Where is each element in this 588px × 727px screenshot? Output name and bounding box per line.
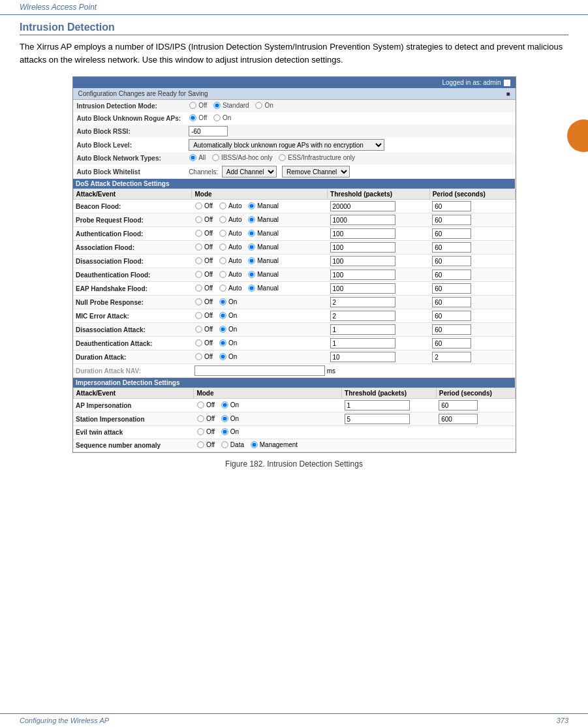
ap-imp-threshold-input[interactable] xyxy=(345,400,410,410)
ap-imp-period-input[interactable] xyxy=(439,400,478,410)
assf-off[interactable] xyxy=(195,243,202,250)
ewt-on[interactable] xyxy=(221,428,228,435)
disassoc-period-input[interactable] xyxy=(432,256,471,266)
duration-period-input[interactable] xyxy=(432,352,471,362)
mic-threshold-input[interactable] xyxy=(330,311,395,321)
deauth-atk-threshold-input[interactable] xyxy=(330,338,395,348)
assf-manual[interactable] xyxy=(249,243,255,250)
orange-circle-decoration xyxy=(567,119,588,152)
npr-on[interactable] xyxy=(219,298,226,305)
radio-all[interactable] xyxy=(189,154,196,161)
sna-management[interactable] xyxy=(251,441,257,448)
eap-manual[interactable] xyxy=(249,285,255,291)
npr-off[interactable] xyxy=(195,298,202,305)
disf-off[interactable] xyxy=(195,257,202,264)
assf-auto[interactable] xyxy=(219,243,226,250)
eap-auto[interactable] xyxy=(219,285,226,291)
station-imp-threshold-input[interactable] xyxy=(345,414,410,424)
radio-ab-on[interactable] xyxy=(213,114,220,121)
impersonation-section-header-row: Impersonation Detection Settings xyxy=(73,378,515,388)
radio-ibss[interactable] xyxy=(212,154,219,161)
disa-on[interactable] xyxy=(219,326,226,332)
af-off[interactable] xyxy=(195,230,202,236)
sna-data[interactable] xyxy=(221,441,228,448)
add-channel-select[interactable]: Add Channel xyxy=(222,166,277,178)
remove-channel-select[interactable]: Remove Channel xyxy=(282,166,350,178)
lock-icon xyxy=(504,80,510,86)
radio-ab-off[interactable] xyxy=(189,114,196,121)
station-imp-period-input[interactable] xyxy=(439,414,478,424)
deaf-auto[interactable] xyxy=(219,271,226,277)
null-probe-threshold-input[interactable] xyxy=(330,297,395,307)
deaa-off[interactable] xyxy=(195,339,202,346)
deauth-threshold-input[interactable] xyxy=(330,270,395,280)
sna-off[interactable] xyxy=(197,441,204,448)
assoc-period-input[interactable] xyxy=(432,242,471,253)
page-content: Intrusion Detection The Xirrus AP employ… xyxy=(0,15,588,495)
page-header: Wireless Access Point xyxy=(0,0,588,15)
imp-mode-evil-twin: Off On xyxy=(194,426,342,439)
top-settings-table: Intrusion Detection Mode: Off Standard O… xyxy=(73,100,516,179)
deaa-on[interactable] xyxy=(219,339,226,346)
impersonation-column-headers-row: Attack/Event Mode Threshold (packets) Pe… xyxy=(73,388,515,399)
bf-manual[interactable] xyxy=(249,202,255,209)
beacon-period-input[interactable] xyxy=(432,201,471,211)
disf-manual[interactable] xyxy=(249,257,255,264)
dos-attack-disassoc: Disassociation Flood: xyxy=(73,255,192,268)
mic-period-input[interactable] xyxy=(432,311,471,321)
disf-auto[interactable] xyxy=(219,257,226,264)
dura-on[interactable] xyxy=(219,353,226,360)
af-manual[interactable] xyxy=(249,230,255,236)
deauth-period-input[interactable] xyxy=(432,270,471,280)
deauth-atk-period-input[interactable] xyxy=(432,338,471,348)
ewt-off[interactable] xyxy=(197,428,204,435)
radio-standard[interactable] xyxy=(213,102,220,108)
null-probe-period-input[interactable] xyxy=(432,297,471,307)
duration-threshold-input[interactable] xyxy=(330,352,395,362)
sti-on[interactable] xyxy=(221,415,228,422)
disassoc-atk-period-input[interactable] xyxy=(432,324,471,335)
eap-threshold-input[interactable] xyxy=(330,283,395,294)
dos-mode-mic: Off On xyxy=(192,309,328,323)
mic-off[interactable] xyxy=(195,312,202,318)
dura-off[interactable] xyxy=(195,353,202,360)
duration-nav-unit: ms xyxy=(327,367,335,375)
probe-period-input[interactable] xyxy=(432,215,471,225)
deaf-off[interactable] xyxy=(195,271,202,277)
deaf-manual[interactable] xyxy=(249,271,255,277)
api-off[interactable] xyxy=(197,401,204,408)
block-level-select[interactable]: Automatically block unknown rogue APs wi… xyxy=(189,139,384,151)
dos-row-null-probe: Null Probe Response: Off On xyxy=(73,296,515,309)
prf-auto[interactable] xyxy=(219,216,226,223)
eap-period-input[interactable] xyxy=(432,283,471,294)
prf-manual[interactable] xyxy=(249,216,255,223)
radio-on[interactable] xyxy=(256,102,262,108)
disassoc-atk-threshold-input[interactable] xyxy=(330,324,395,335)
dos-period-mic xyxy=(429,309,515,323)
radio-ess[interactable] xyxy=(279,154,286,161)
disassoc-threshold-input[interactable] xyxy=(330,256,395,266)
assoc-threshold-input[interactable] xyxy=(330,242,395,253)
rssi-input[interactable] xyxy=(189,126,228,136)
dos-threshold-beacon xyxy=(328,200,430,213)
eap-off[interactable] xyxy=(195,285,202,291)
dos-attack-deauth-atk: Deauthentication Attack: xyxy=(73,337,192,350)
radio-off[interactable] xyxy=(189,102,196,108)
api-on[interactable] xyxy=(221,401,228,408)
probe-threshold-input[interactable] xyxy=(330,215,395,225)
disa-off[interactable] xyxy=(195,326,202,332)
mic-on[interactable] xyxy=(219,312,226,318)
duration-nav-input[interactable] xyxy=(194,365,325,376)
beacon-threshold-input[interactable] xyxy=(330,201,395,211)
dos-mode-disassoc: Off Auto Manual xyxy=(192,255,328,268)
setting-row-rssi: Auto Block RSSI: xyxy=(73,125,516,138)
bf-auto[interactable] xyxy=(219,202,226,209)
auth-period-input[interactable] xyxy=(432,228,471,239)
bf-off[interactable] xyxy=(195,202,202,209)
prf-off[interactable] xyxy=(195,216,202,223)
dos-threshold-duration xyxy=(328,350,430,364)
sti-off[interactable] xyxy=(197,415,204,422)
auth-threshold-input[interactable] xyxy=(330,228,395,239)
dos-row-probe-flood: Probe Request Flood: Off Auto Manual xyxy=(73,213,515,227)
af-auto[interactable] xyxy=(219,230,226,236)
